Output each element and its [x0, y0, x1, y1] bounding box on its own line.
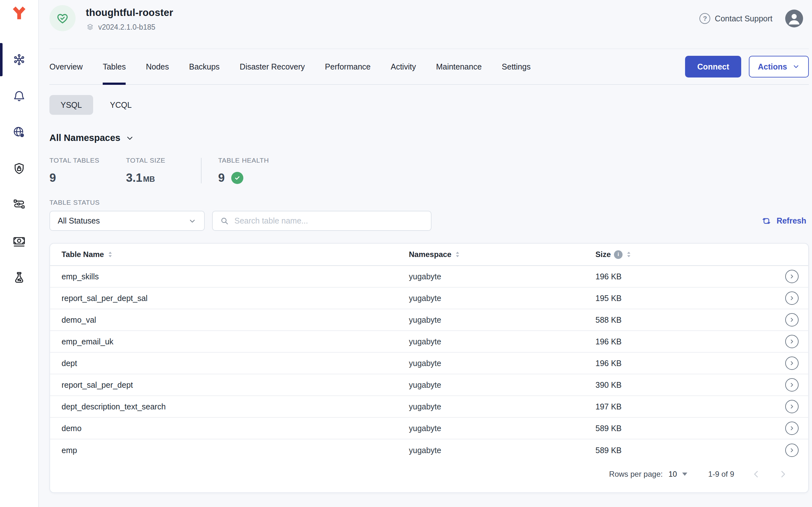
cell-size: 195 KB: [595, 294, 780, 303]
cluster-health-badge: [49, 5, 75, 31]
sidebar-item-integrations[interactable]: [0, 198, 38, 212]
search-input[interactable]: [234, 216, 424, 225]
connect-button[interactable]: Connect: [685, 56, 741, 77]
tab-settings[interactable]: Settings: [502, 49, 530, 84]
chevron-right-icon: [788, 338, 796, 345]
sidebar-item-network[interactable]: [0, 126, 38, 139]
stats-divider: [201, 158, 202, 183]
row-expand-button[interactable]: [785, 313, 799, 327]
filter-row: All Statuses: [49, 211, 809, 231]
table-row[interactable]: demo_val yugabyte 588 KB: [50, 309, 808, 331]
sidebar-nav: [0, 53, 38, 284]
table-row[interactable]: dept_description_text_search yugabyte 19…: [50, 396, 808, 418]
namespace-selector[interactable]: All Namespaces: [49, 133, 134, 143]
chevron-left-icon: [751, 469, 761, 479]
row-expand-button[interactable]: [785, 270, 799, 283]
column-header-size[interactable]: Size i: [595, 250, 632, 259]
cell-table-name: emp: [62, 446, 409, 455]
integrations-workflow-icon: [12, 198, 26, 212]
person-icon: [785, 10, 803, 27]
cluster-icon: [12, 53, 26, 66]
actions-button[interactable]: Actions: [749, 56, 809, 77]
sort-icon: [454, 251, 461, 258]
stat-label: TOTAL SIZE: [126, 157, 201, 164]
cluster-tabs-bar: Overview Tables Nodes Backups Disaster R…: [49, 49, 809, 85]
table-row[interactable]: emp_skills yugabyte 196 KB: [50, 266, 808, 288]
table-status-label: TABLE STATUS: [49, 199, 809, 206]
sidebar-item-security[interactable]: [0, 162, 38, 175]
cell-table-name: demo_val: [62, 315, 409, 325]
chevron-right-icon: [788, 294, 796, 302]
cell-table-name: emp_email_uk: [62, 337, 409, 346]
cell-namespace: yugabyte: [409, 315, 595, 325]
chevron-right-icon: [788, 316, 796, 324]
cell-namespace: yugabyte: [409, 272, 595, 281]
chevron-down-icon: [188, 217, 197, 225]
sidebar-item-alerts[interactable]: [0, 89, 38, 103]
tab-disaster-recovery[interactable]: Disaster Recovery: [240, 49, 305, 84]
row-expand-button[interactable]: [785, 378, 799, 392]
tab-backups[interactable]: Backups: [189, 49, 220, 84]
previous-page-button[interactable]: [751, 469, 761, 479]
row-expand-button[interactable]: [785, 335, 799, 348]
sidebar-item-billing[interactable]: [0, 235, 38, 248]
table-row[interactable]: report_sal_per_dept_sal yugabyte 195 KB: [50, 288, 808, 309]
next-page-button[interactable]: [778, 469, 788, 479]
healthy-check-icon: [231, 172, 243, 184]
tab-activity[interactable]: Activity: [391, 49, 416, 84]
table-body: emp_skills yugabyte 196 KB report_sal_pe…: [50, 266, 808, 461]
tab-performance[interactable]: Performance: [325, 49, 371, 84]
cell-size: 589 KB: [595, 446, 780, 455]
table-row[interactable]: emp_email_uk yugabyte 196 KB: [50, 331, 808, 353]
cluster-tabs: Overview Tables Nodes Backups Disaster R…: [49, 49, 531, 84]
tab-nodes[interactable]: Nodes: [146, 49, 169, 84]
row-expand-button[interactable]: [785, 421, 799, 435]
cell-table-name: dept: [62, 359, 409, 368]
search-box: [212, 211, 432, 231]
app-window: thoughtful-rooster v2024.2.1.0-b185 ? Co…: [0, 0, 812, 507]
tab-maintenance[interactable]: Maintenance: [436, 49, 482, 84]
cell-namespace: yugabyte: [409, 380, 595, 390]
table-row[interactable]: report_sal_per_dept yugabyte 390 KB: [50, 374, 808, 396]
table-header-row: Table Name Namespace Size i: [50, 244, 808, 266]
rows-per-page-select[interactable]: 10: [668, 470, 687, 478]
row-expand-button[interactable]: [785, 291, 799, 305]
row-expand-button[interactable]: [785, 444, 799, 457]
security-shield-lock-icon: [12, 162, 26, 175]
yugabyte-logo[interactable]: [12, 6, 26, 20]
sidebar-item-clusters[interactable]: [0, 53, 38, 66]
tab-tables[interactable]: Tables: [103, 49, 126, 84]
pagination: Rows per page: 10 1-9 of 9: [50, 461, 808, 492]
table-stats: TOTAL TABLES 9 TOTAL SIZE 3.1 MB TABLE H…: [49, 157, 809, 185]
column-header-table-name[interactable]: Table Name: [62, 250, 113, 259]
stat-value: 9: [218, 171, 225, 185]
chevron-right-icon: [788, 403, 796, 410]
toggle-ycql[interactable]: YCQL: [99, 95, 143, 115]
rows-per-page-label: Rows per page:: [609, 470, 663, 478]
toggle-ysql[interactable]: YSQL: [49, 95, 93, 115]
refresh-button[interactable]: Refresh: [761, 216, 809, 226]
cluster-version: v2024.2.1.0-b185: [98, 23, 155, 32]
tab-overview[interactable]: Overview: [49, 49, 83, 84]
user-avatar[interactable]: [785, 10, 803, 27]
table-row[interactable]: emp yugabyte 589 KB: [50, 439, 808, 461]
stat-label: TOTAL TABLES: [49, 157, 126, 164]
row-expand-button[interactable]: [785, 356, 799, 370]
contact-support-link[interactable]: ? Contact Support: [699, 13, 772, 24]
namespace-selector-label: All Namespaces: [49, 133, 120, 143]
cell-table-name: report_sal_per_dept: [62, 380, 409, 390]
row-expand-button[interactable]: [785, 400, 799, 413]
status-select[interactable]: All Statuses: [49, 211, 205, 231]
column-label: Namespace: [409, 250, 451, 259]
actions-button-label: Actions: [758, 62, 787, 71]
chevron-right-icon: [788, 446, 796, 454]
cell-size: 197 KB: [595, 402, 780, 411]
size-info-icon[interactable]: i: [614, 250, 622, 259]
tables-card: Table Name Namespace Size i: [49, 243, 809, 493]
cell-namespace: yugabyte: [409, 424, 595, 433]
table-row[interactable]: dept yugabyte 196 KB: [50, 353, 808, 374]
column-header-namespace[interactable]: Namespace: [409, 250, 461, 259]
cell-table-name: dept_description_text_search: [62, 402, 409, 411]
table-row[interactable]: demo yugabyte 589 KB: [50, 418, 808, 439]
sidebar-item-labs[interactable]: [0, 271, 38, 284]
